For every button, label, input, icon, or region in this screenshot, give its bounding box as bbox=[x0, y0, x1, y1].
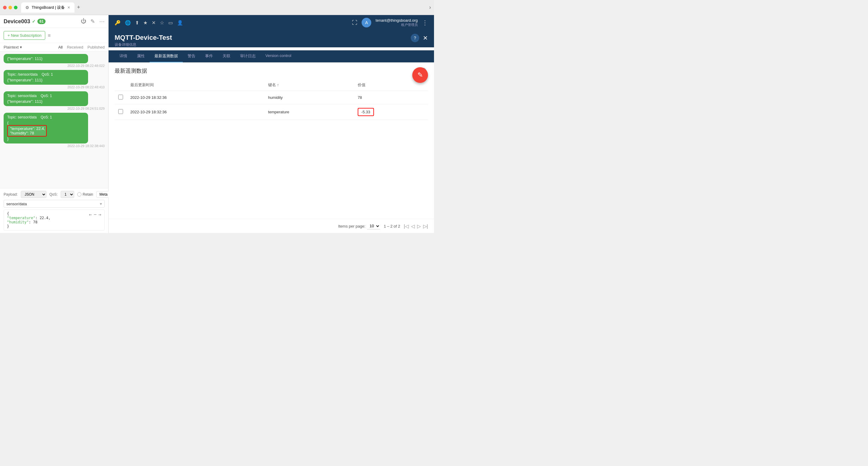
json-nav-left[interactable]: ← bbox=[89, 211, 92, 217]
tab-attributes[interactable]: 属性 bbox=[132, 51, 150, 62]
tab-alarms[interactable]: 警告 bbox=[183, 51, 200, 62]
browser-chrome: ⚙ ThingsBoard | 设备 ✕ + › bbox=[0, 0, 434, 15]
message-item: Topic: /sensor/data QoS: 1 {"temperature… bbox=[4, 70, 105, 89]
table-body: 2022-10-29 18:32:36 humidity 78 2022-10-… bbox=[115, 91, 428, 120]
message-timestamp-3: 2022-10-29 08:24:51:029 bbox=[4, 107, 105, 110]
right-nav-icons: 🔑 🌐 ⬆ ★ ✕ ☆ ▭ 👤 bbox=[115, 20, 183, 26]
new-tab-button[interactable]: + bbox=[77, 4, 80, 10]
tab-audit[interactable]: 审计日志 bbox=[235, 51, 260, 62]
messages-area: {"temperature": 111} 2022-10-29 08:22:48… bbox=[0, 52, 108, 188]
payload-label: Payload: bbox=[4, 192, 18, 197]
fullscreen-icon[interactable]: ⛶ bbox=[352, 20, 358, 26]
upload-icon[interactable]: ⬆ bbox=[135, 20, 139, 26]
col-checkbox bbox=[115, 79, 127, 91]
tab-close-icon[interactable]: ✕ bbox=[67, 5, 70, 10]
topic-expand-icon[interactable]: ▾ bbox=[100, 201, 102, 206]
json-nav-minus[interactable]: − bbox=[94, 211, 97, 217]
help-icon[interactable]: ? bbox=[411, 34, 419, 42]
right-panel: 🔑 🌐 ⬆ ★ ✕ ☆ ▭ 👤 ⛶ A tenant@thingsboard.o… bbox=[108, 15, 434, 233]
col-timestamp: 最后更新时间 bbox=[127, 79, 265, 91]
per-page-select[interactable]: 10 25 50 bbox=[367, 223, 380, 229]
dot-yellow[interactable] bbox=[8, 6, 12, 9]
device-header-wrap: MQTT-Device-Test 设备详细信息 ? ✕ 详情 属性 最新遥测数据… bbox=[108, 30, 434, 62]
nav-more-icon[interactable]: ⋮ bbox=[422, 19, 428, 26]
json-nav-right[interactable]: → bbox=[98, 211, 101, 217]
translate-icon[interactable]: 🌐 bbox=[125, 20, 131, 26]
edit-icon[interactable]: ✎ bbox=[91, 18, 95, 25]
message-content-1: {"temperature": 111} bbox=[7, 56, 85, 61]
retain-toggle[interactable]: Retain bbox=[77, 192, 93, 197]
filter-tab-all[interactable]: All bbox=[58, 45, 62, 49]
items-per-page-label: Items per page: bbox=[338, 224, 365, 229]
filter-tab-received[interactable]: Received bbox=[67, 45, 83, 49]
tab-title: ThingsBoard | 设备 bbox=[32, 5, 65, 10]
message-bubble-1: {"temperature": 111} bbox=[4, 54, 88, 63]
col-key: 键名 ↑ bbox=[265, 79, 354, 91]
power-icon[interactable]: ⏻ bbox=[81, 18, 86, 25]
json-line-hum: "humidity": 78 bbox=[7, 220, 87, 224]
bottom-area: Payload: JSON Plaintext QoS: 1 0 2 Retai… bbox=[0, 188, 108, 233]
star-icon[interactable]: ★ bbox=[143, 20, 148, 26]
row-key-temperature: temperature bbox=[265, 104, 354, 120]
close-tab-icon[interactable]: ✕ bbox=[152, 20, 156, 26]
plaintext-select[interactable]: Plaintext ▾ bbox=[4, 45, 22, 49]
json-editor-area: { "temperature": 22.4, "humidity": 78 } … bbox=[4, 209, 105, 231]
device-header-title: MQTT-Device-Test bbox=[115, 34, 428, 42]
main-layout: Device003 ✓ 61 ⏻ ✎ ⋯ + New Subscription … bbox=[0, 15, 434, 233]
tab-details[interactable]: 详情 bbox=[115, 51, 132, 62]
extension-icon[interactable]: ☆ bbox=[160, 20, 164, 26]
new-subscription-button[interactable]: + New Subscription bbox=[4, 31, 45, 40]
close-device-button[interactable]: ✕ bbox=[423, 34, 428, 42]
section-title-row: 最新遥测数据 🔍 bbox=[115, 67, 428, 74]
device-title: Device003 ✓ 61 bbox=[4, 19, 45, 25]
message-timestamp-1: 2022-10-29 08:22:48:022 bbox=[4, 64, 105, 68]
prev-page-button[interactable]: ◁ bbox=[411, 223, 415, 229]
next-page-button[interactable]: ▷ bbox=[417, 223, 421, 229]
filter-bar: Plaintext ▾ All Received Published bbox=[0, 43, 108, 52]
tab-relations[interactable]: 关联 bbox=[218, 51, 235, 62]
browser-menu-icon[interactable]: › bbox=[429, 4, 431, 10]
key-icon[interactable]: 🔑 bbox=[115, 20, 121, 26]
message-bubble-2: Topic: /sensor/data QoS: 1 {"temperature… bbox=[4, 70, 88, 85]
tab-version-control[interactable]: Version control bbox=[260, 51, 296, 62]
more-icon[interactable]: ⋯ bbox=[99, 18, 105, 25]
json-line-open: { bbox=[7, 211, 87, 216]
json-line-close: } bbox=[7, 224, 87, 229]
message-content-2: {"temperature": 111} bbox=[7, 78, 85, 82]
pagination-bar: Items per page: 10 25 50 1 – 2 of 2 |◁ ◁… bbox=[108, 219, 434, 233]
filter-tabs: All Received Published bbox=[58, 45, 105, 49]
first-page-button[interactable]: |◁ bbox=[404, 223, 409, 229]
json-content: { "temperature": 22.4, "humidity": 78 } bbox=[7, 211, 87, 229]
row-checkbox-cell bbox=[115, 91, 127, 104]
content-area: ✎ 最新遥测数据 🔍 最后更新时间 键名 ↑ 价值 bbox=[108, 62, 434, 219]
topic-input[interactable] bbox=[6, 202, 100, 206]
new-sub-bar: + New Subscription ≡ bbox=[0, 28, 108, 43]
table-header-row: 最后更新时间 键名 ↑ 价值 bbox=[115, 79, 428, 91]
browser-dots bbox=[3, 6, 18, 9]
device-header-subtitle: 设备详细信息 bbox=[115, 42, 428, 47]
filter-tab-published[interactable]: Published bbox=[88, 45, 105, 49]
device-header-actions: ? ✕ bbox=[411, 34, 428, 42]
device-actions: ⏻ ✎ ⋯ bbox=[81, 18, 105, 25]
filter-icon[interactable]: ≡ bbox=[48, 33, 50, 38]
left-top-bar: Device003 ✓ 61 ⏻ ✎ ⋯ bbox=[0, 15, 108, 28]
message-timestamp-4: 2022-10-29 18:32:38:443 bbox=[4, 144, 105, 148]
section-title-text: 最新遥测数据 bbox=[115, 67, 147, 74]
dot-red[interactable] bbox=[3, 6, 7, 9]
row-checkbox-temperature[interactable] bbox=[118, 109, 123, 114]
dot-green[interactable] bbox=[14, 6, 18, 9]
tab-telemetry[interactable]: 最新遥测数据 bbox=[150, 51, 183, 62]
row-key-humidity: humidity bbox=[265, 91, 354, 104]
user-email: tenant@thingsboard.org bbox=[375, 18, 418, 23]
last-page-button[interactable]: ▷| bbox=[423, 223, 428, 229]
items-per-page: Items per page: 10 25 50 bbox=[338, 223, 380, 229]
browser-tab[interactable]: ⚙ ThingsBoard | 设备 ✕ bbox=[21, 2, 74, 13]
user-icon[interactable]: 👤 bbox=[177, 20, 183, 26]
sidebar-icon[interactable]: ▭ bbox=[168, 20, 173, 26]
fab-edit-button[interactable]: ✎ bbox=[412, 67, 428, 83]
tab-events[interactable]: 事件 bbox=[200, 51, 218, 62]
qos-select[interactable]: 1 0 2 bbox=[61, 191, 74, 198]
row-timestamp-humidity: 2022-10-29 18:32:36 bbox=[127, 91, 265, 104]
row-checkbox-humidity[interactable] bbox=[118, 95, 123, 99]
payload-select[interactable]: JSON Plaintext bbox=[21, 191, 46, 198]
